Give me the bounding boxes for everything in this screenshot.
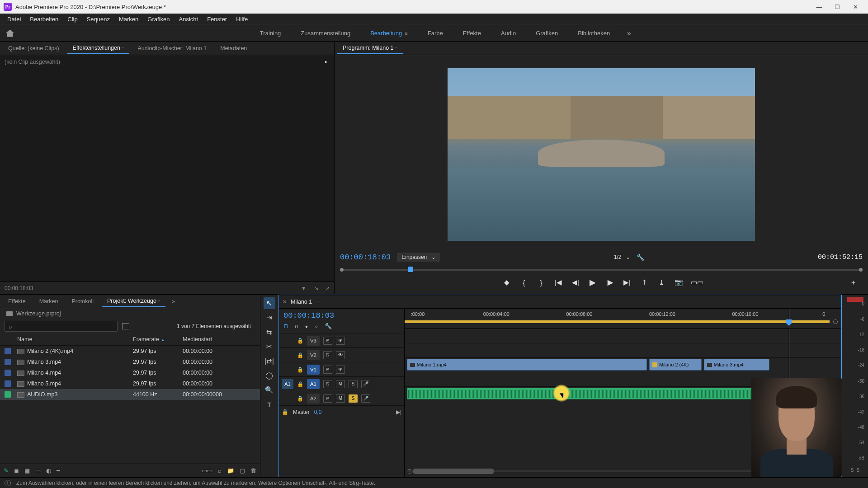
- track-label-a2[interactable]: A2: [307, 394, 320, 404]
- clip-audio[interactable]: [407, 388, 765, 399]
- metadata-display-icon[interactable]: [122, 323, 129, 329]
- workspace-farbe[interactable]: Farbe: [418, 26, 453, 40]
- step-fwd-button[interactable]: |▶: [605, 278, 615, 286]
- sync-lock-icon[interactable]: ⎘: [323, 351, 332, 359]
- auto-seq-icon[interactable]: ▭▭: [202, 467, 212, 474]
- program-video[interactable]: [448, 68, 755, 241]
- goto-out-button[interactable]: ▶|: [622, 278, 632, 286]
- comparison-button[interactable]: ▭▭: [691, 278, 701, 286]
- col-framerate[interactable]: Framerate▲: [133, 336, 183, 343]
- lane-v1[interactable]: Milano 1.mp4 Milano 2 (4K) Milano 3.mp4: [405, 357, 841, 372]
- scrub-playhead[interactable]: [408, 267, 413, 272]
- play-button[interactable]: ▶: [588, 277, 598, 287]
- lock-icon[interactable]: 🔒: [297, 366, 303, 373]
- tab-programm[interactable]: Programm: Milano 1≡: [337, 42, 403, 54]
- table-row[interactable]: Milano 5.mp4 29,97 fps 00:00:00:00: [0, 378, 260, 389]
- menu-hilfe[interactable]: Hilfe: [231, 14, 252, 24]
- table-row[interactable]: AUDIO.mp3 44100 Hz 00:00:00:00000: [0, 389, 260, 400]
- fit-dropdown[interactable]: Einpassen⌄: [397, 253, 440, 262]
- delete-icon[interactable]: 🗑: [250, 467, 256, 474]
- freeform-view-icon[interactable]: ▭: [35, 467, 41, 474]
- mute-button[interactable]: M: [336, 394, 345, 403]
- new-item-icon[interactable]: ▢: [240, 467, 245, 474]
- menu-ansicht[interactable]: Ansicht: [174, 14, 203, 24]
- tab-metadaten[interactable]: Metadaten: [215, 43, 252, 54]
- workspace-overflow[interactable]: »: [620, 29, 638, 38]
- panel-menu-icon[interactable]: ≡: [395, 45, 397, 51]
- tab-marken[interactable]: Marken: [34, 296, 64, 307]
- marker-button[interactable]: ◆: [502, 278, 512, 286]
- workspace-effekte[interactable]: Effekte: [453, 26, 491, 40]
- program-timecode-current[interactable]: 00:00:18:03: [340, 253, 391, 262]
- lock-icon[interactable]: 🔒: [297, 352, 303, 358]
- tabs-overflow[interactable]: »: [168, 298, 179, 305]
- new-bin-icon[interactable]: 📁: [227, 467, 234, 474]
- solo-button[interactable]: S: [349, 394, 358, 403]
- track-label-v1[interactable]: V1: [307, 365, 320, 375]
- workspace-grafiken[interactable]: Grafiken: [526, 26, 568, 40]
- label-chip[interactable]: [5, 359, 11, 365]
- workspace-audio[interactable]: Audio: [491, 26, 526, 40]
- hand-tool[interactable]: 🔍: [264, 384, 275, 396]
- track-header-v1[interactable]: 🔒 V1 ⎘ 👁: [279, 362, 404, 376]
- maximize-button[interactable]: ☐: [828, 0, 846, 13]
- extract-button[interactable]: ⤓: [656, 278, 666, 286]
- home-button[interactable]: [0, 30, 20, 37]
- pencil-icon[interactable]: ✎: [4, 467, 9, 474]
- scrub-start-handle[interactable]: [340, 268, 344, 272]
- tab-effekte[interactable]: Effekte: [3, 296, 31, 307]
- snap-icon[interactable]: ⊓: [283, 323, 288, 329]
- sync-lock-icon[interactable]: ⎘: [323, 394, 332, 403]
- menu-marken[interactable]: Marken: [114, 14, 143, 24]
- solo-right[interactable]: S: [857, 468, 860, 473]
- button-editor[interactable]: ＋: [848, 278, 858, 287]
- sync-lock-icon[interactable]: ⎘: [323, 337, 332, 345]
- lock-icon[interactable]: 🔒: [297, 395, 303, 402]
- clip-milano2[interactable]: Milano 2 (4K): [649, 359, 702, 371]
- source-patch-a1[interactable]: A1: [282, 379, 293, 389]
- lock-icon[interactable]: 🔒: [297, 381, 303, 387]
- track-select-tool[interactable]: ⇥: [264, 312, 275, 324]
- track-header-v2[interactable]: 🔒 V2 ⎘ 👁: [279, 347, 404, 362]
- track-header-a2[interactable]: 🔒 A2 ⎘ M S 🎤: [279, 391, 404, 405]
- sync-lock-icon[interactable]: ⎘: [323, 366, 332, 374]
- solo-left[interactable]: S: [851, 468, 854, 473]
- toggle-output-icon[interactable]: 👁: [336, 337, 345, 345]
- wrench-icon[interactable]: 🔧: [325, 323, 332, 329]
- program-scrubber[interactable]: [340, 264, 863, 274]
- col-name[interactable]: Name: [17, 336, 133, 343]
- master-track[interactable]: 🔒 Master 0,0 ▶|: [279, 405, 404, 418]
- selection-tool[interactable]: ↖: [264, 297, 275, 309]
- timeline-ruler[interactable]: :00:00 00:00:04:00 00:00:08:00 00:00:12:…: [405, 309, 841, 328]
- list-view-icon[interactable]: ≣: [14, 467, 19, 474]
- table-row[interactable]: Milano 3.mp4 29,97 fps 00:00:00:00: [0, 357, 260, 367]
- goto-in-button[interactable]: |◀: [553, 278, 563, 286]
- voiceover-icon[interactable]: 🎤: [361, 394, 370, 403]
- track-header-a1[interactable]: A1 🔒 A1 ⎘ M S 🎤: [279, 376, 404, 391]
- settings-icon[interactable]: 🔧: [637, 253, 644, 261]
- tab-audiomischer[interactable]: Audioclip-Mischer: Milano 1: [132, 43, 212, 54]
- project-search-input[interactable]: ⌕: [5, 321, 118, 332]
- lift-button[interactable]: ⤒: [639, 278, 649, 286]
- close-sequence-icon[interactable]: ✕: [283, 299, 287, 305]
- find-icon[interactable]: ⌕: [218, 467, 222, 474]
- track-label-a1[interactable]: A1: [307, 379, 320, 389]
- tab-protokoll[interactable]: Protokoll: [66, 296, 99, 307]
- panel-menu-icon[interactable]: ≡: [316, 299, 319, 305]
- panel-menu-icon[interactable]: ≡: [157, 298, 160, 304]
- track-label-v3[interactable]: V3: [307, 336, 320, 346]
- slip-tool[interactable]: |⇄|: [264, 355, 275, 367]
- linked-selection-icon[interactable]: ∩: [294, 323, 298, 329]
- expand-icon[interactable]: ▸: [325, 59, 328, 65]
- label-chip[interactable]: [5, 391, 11, 398]
- workspace-bearbeitung[interactable]: Bearbeitung≡: [360, 26, 418, 40]
- icon-view-icon[interactable]: ▦: [24, 467, 30, 474]
- workspace-bibliotheken[interactable]: Bibliotheken: [568, 26, 620, 40]
- mark-in-button[interactable]: {: [519, 279, 529, 286]
- overwrite-icon[interactable]: ↗: [325, 285, 330, 291]
- timeline-settings-icon[interactable]: ⬦: [315, 323, 318, 329]
- scrub-end-handle[interactable]: [859, 268, 863, 272]
- label-chip[interactable]: [5, 348, 11, 354]
- sync-lock-icon[interactable]: ⎘: [323, 380, 332, 388]
- workspace-training[interactable]: Training: [250, 26, 291, 40]
